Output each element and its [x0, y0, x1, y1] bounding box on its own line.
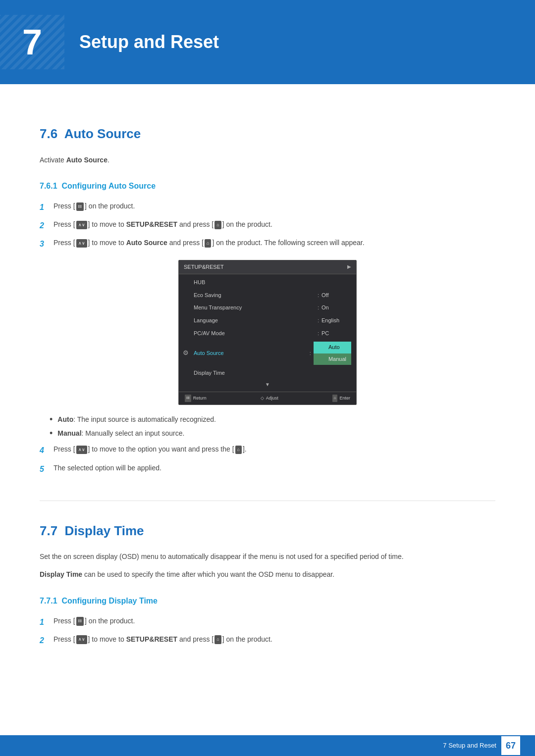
- menu-row-autosource: ⚙ Auto Source : Auto Manual: [179, 340, 356, 367]
- subsection-7-7-1-heading: 7.7.1 Configuring Display Time: [40, 595, 495, 607]
- section-7-7: 7.7 Display Time Set the on screen displ…: [40, 521, 495, 647]
- nav-icon-4: ∧∨: [76, 635, 87, 644]
- setup-reset-bold: SETUP&RESET: [126, 220, 177, 228]
- main-content: 7.6 Auto Source Activate Auto Source. 7.…: [0, 84, 535, 692]
- step-4: 4 Press [∧∨] to move to the option you w…: [40, 444, 495, 457]
- menu-icon-2: III: [76, 617, 84, 625]
- steps-list-7-6-1: 1 Press [III] on the product. 2 Press [∧…: [40, 201, 495, 251]
- scroll-indicator: ▼: [179, 380, 356, 390]
- manual-bold: Manual: [57, 429, 81, 437]
- section-7-7-body1: Set the on screen display (OSD) menu to …: [40, 551, 495, 563]
- step-5: 5 The selected option will be applied.: [40, 462, 495, 476]
- adjust-icon: ◇: [261, 395, 264, 402]
- subsection-7-6-1-heading: 7.6.1 Configuring Auto Source: [40, 180, 495, 193]
- enter-icon: ⌂: [214, 221, 221, 229]
- footer-adjust: ◇ Adjust: [261, 395, 278, 402]
- section-7-6-intro: Activate Auto Source.: [40, 154, 495, 166]
- page-footer: 7 Setup and Reset 67: [0, 735, 535, 756]
- auto-source-step-bold: Auto Source: [126, 239, 167, 247]
- enter-icon-footer: ⌂: [332, 395, 338, 402]
- section-7-7-heading: 7.7 Display Time: [40, 521, 495, 542]
- gear-icon: ⚙: [183, 348, 189, 358]
- section-7-6: 7.6 Auto Source Activate Auto Source. 7.…: [40, 124, 495, 476]
- enter-icon-2: ⌂: [205, 239, 211, 248]
- steps-list-7-6-continued: 4 Press [∧∨] to move to the option you w…: [40, 444, 495, 475]
- auto-source-bold: Auto Source: [66, 156, 107, 164]
- nav-icon-2: ∧∨: [76, 239, 87, 248]
- enter-icon-4: ⌂: [214, 635, 221, 644]
- menu-screenshot: SETUP&RESET ▶ HUB Eco Saving : Off Menu …: [178, 260, 357, 405]
- bullet-manual: • Manual: Manually select an input sourc…: [50, 428, 495, 439]
- menu-row-hub: HUB: [179, 276, 356, 289]
- menu-row-pcav: PC/AV Mode : PC: [179, 327, 356, 340]
- chapter-title: Setup and Reset: [79, 28, 219, 56]
- chapter-header: 7 Setup and Reset: [0, 0, 535, 84]
- menu-title-bar: SETUP&RESET ▶: [179, 260, 356, 275]
- nav-icon: ∧∨: [76, 221, 87, 229]
- step-1: 1 Press [III] on the product.: [40, 201, 495, 214]
- option-manual: Manual: [314, 353, 351, 365]
- auto-source-options: Auto Manual: [314, 342, 351, 365]
- menu-row-displaytime: Display Time: [179, 367, 356, 380]
- enter-icon-3: ⌂: [235, 446, 242, 454]
- footer-text: 7 Setup and Reset: [443, 741, 496, 751]
- menu-row-transparency: Menu Transparency : On: [179, 302, 356, 314]
- step-2: 2 Press [∧∨] to move to SETUP&RESET and …: [40, 219, 495, 232]
- menu-footer: III Return ◇ Adjust ⌂ Enter: [179, 392, 356, 404]
- menu-row-eco: Eco Saving : Off: [179, 289, 356, 302]
- chapter-number-block: 7: [0, 15, 64, 69]
- section-divider: [40, 501, 495, 501]
- menu-rows: HUB Eco Saving : Off Menu Transparency :…: [179, 274, 356, 392]
- return-icon: III: [185, 395, 191, 402]
- steps-list-7-7-1: 1 Press [III] on the product. 2 Press [∧…: [40, 615, 495, 647]
- bullet-list-7-6-1: • Auto: The input source is automaticall…: [50, 414, 495, 439]
- display-time-bold: Display Time: [40, 570, 82, 578]
- chapter-number: 7: [22, 24, 42, 60]
- menu-title: SETUP&RESET: [184, 263, 224, 272]
- step-7-7-1: 1 Press [III] on the product.: [40, 615, 495, 629]
- bullet-auto: • Auto: The input source is automaticall…: [50, 414, 495, 425]
- setup-reset-bold-2: SETUP&RESET: [126, 635, 177, 643]
- footer-enter: ⌂ Enter: [332, 395, 350, 402]
- section-7-7-body2: Display Time can be used to specify the …: [40, 569, 495, 581]
- section-7-6-heading: 7.6 Auto Source: [40, 124, 495, 145]
- page-number: 67: [501, 736, 520, 755]
- option-auto: Auto: [314, 342, 351, 353]
- footer-return: III Return: [185, 395, 207, 402]
- menu-row-language: Language : English: [179, 314, 356, 327]
- step-7-7-2: 2 Press [∧∨] to move to SETUP&RESET and …: [40, 634, 495, 647]
- step-3: 3 Press [∧∨] to move to Auto Source and …: [40, 237, 495, 251]
- menu-icon: III: [76, 202, 84, 211]
- nav-icon-3: ∧∨: [76, 446, 87, 454]
- auto-bold: Auto: [57, 415, 73, 423]
- menu-arrow: ▶: [347, 263, 351, 271]
